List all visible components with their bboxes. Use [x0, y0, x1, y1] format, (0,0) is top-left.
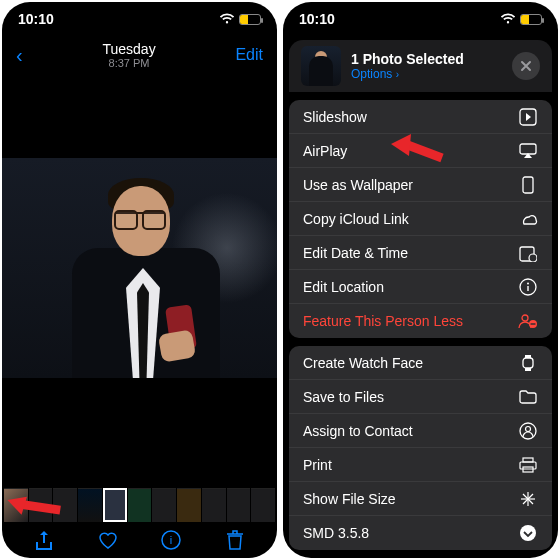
toolbar: i: [2, 522, 277, 558]
svg-rect-14: [525, 355, 531, 358]
wifi-icon: [500, 13, 516, 25]
wifi-icon: [219, 13, 235, 25]
svg-rect-18: [523, 458, 533, 462]
notch: [80, 2, 200, 24]
airplay-icon: [518, 141, 538, 161]
svg-point-8: [527, 282, 529, 284]
thumbnail[interactable]: [251, 488, 275, 522]
battery-icon: [520, 14, 542, 25]
options-button[interactable]: Options ›: [351, 67, 502, 81]
share-thumbnail: [301, 46, 341, 86]
close-button[interactable]: [512, 52, 540, 80]
calendar-icon: [518, 243, 538, 263]
svg-point-25: [520, 525, 536, 541]
favorite-button[interactable]: [97, 529, 119, 551]
share-sheet-screen: 10:10 1 Photo Selected Options › Slidesh…: [283, 2, 558, 558]
photo-viewer-screen: 10:10 ‹ Tuesday 8:37 PM Edit: [2, 2, 277, 558]
action-label: Slideshow: [303, 109, 367, 125]
status-icons: [219, 13, 261, 25]
action-label: Print: [303, 457, 332, 473]
share-sheet-header: 1 Photo Selected Options ›: [289, 40, 552, 92]
status-bar: 10:10: [283, 2, 558, 36]
svg-point-6: [529, 254, 537, 262]
action-edit-location[interactable]: Edit Location: [289, 270, 552, 304]
back-button[interactable]: ‹: [16, 44, 23, 67]
action-slideshow[interactable]: Slideshow: [289, 100, 552, 134]
thumbnail[interactable]: [227, 488, 251, 522]
photo[interactable]: [2, 158, 277, 378]
svg-rect-3: [520, 144, 536, 154]
phone-icon: [518, 175, 538, 195]
thumbnail-selected[interactable]: [103, 488, 127, 522]
action-label: Create Watch Face: [303, 355, 423, 371]
share-button[interactable]: [33, 529, 55, 551]
action-smd-3-5-8[interactable]: SMD 3.5.8: [289, 516, 552, 550]
thumbnail[interactable]: [53, 488, 77, 522]
thumbnail[interactable]: [78, 488, 102, 522]
actions-group-1: SlideshowAirPlayUse as WallpaperCopy iCl…: [289, 100, 552, 338]
status-time: 10:10: [18, 11, 54, 27]
sparkle-icon: [518, 489, 538, 509]
action-create-watch-face[interactable]: Create Watch Face: [289, 346, 552, 380]
thumbnail[interactable]: [29, 488, 53, 522]
status-icons: [500, 13, 542, 25]
close-icon: [520, 60, 532, 72]
action-assign-to-contact[interactable]: Assign to Contact: [289, 414, 552, 448]
thumbnail[interactable]: [177, 488, 201, 522]
folder-icon: [518, 387, 538, 407]
svg-rect-12: [531, 323, 536, 324]
svg-rect-9: [527, 286, 528, 291]
action-label: Assign to Contact: [303, 423, 413, 439]
chevron-down-icon: [518, 523, 538, 543]
nav-bar: ‹ Tuesday 8:37 PM Edit: [2, 36, 277, 74]
svg-rect-13: [523, 358, 533, 368]
status-bar: 10:10: [2, 2, 277, 36]
edit-actions-button[interactable]: Edit Actions...: [289, 550, 552, 552]
photo-title: Tuesday 8:37 PM: [102, 41, 155, 70]
status-time: 10:10: [299, 11, 335, 27]
info-icon: [518, 277, 538, 297]
play-box-icon: [518, 107, 538, 127]
actions-group-2: Create Watch FaceSave to FilesAssign to …: [289, 346, 552, 550]
svg-point-10: [522, 315, 528, 321]
person-minus-icon: [518, 311, 538, 331]
selected-count: 1 Photo Selected: [351, 51, 502, 67]
watch-icon: [518, 353, 538, 373]
thumbnail[interactable]: [152, 488, 176, 522]
battery-icon: [239, 14, 261, 25]
action-label: Save to Files: [303, 389, 384, 405]
thumbnail[interactable]: [4, 488, 28, 522]
action-label: Use as Wallpaper: [303, 177, 413, 193]
thumbnail[interactable]: [128, 488, 152, 522]
action-label: Edit Location: [303, 279, 384, 295]
action-label: Edit Date & Time: [303, 245, 408, 261]
action-use-as-wallpaper[interactable]: Use as Wallpaper: [289, 168, 552, 202]
action-label: AirPlay: [303, 143, 347, 159]
info-button[interactable]: i: [160, 529, 182, 551]
action-label: SMD 3.5.8: [303, 525, 369, 541]
photo-day: Tuesday: [102, 41, 155, 57]
svg-point-17: [526, 426, 531, 431]
action-edit-date-time[interactable]: Edit Date & Time: [289, 236, 552, 270]
action-print[interactable]: Print: [289, 448, 552, 482]
thumbnail-strip[interactable]: [2, 488, 277, 522]
svg-rect-15: [525, 368, 531, 371]
contact-icon: [518, 421, 538, 441]
thumbnail[interactable]: [202, 488, 226, 522]
notch: [361, 2, 481, 24]
cloud-icon: [518, 209, 538, 229]
action-label: Copy iCloud Link: [303, 211, 409, 227]
edit-button[interactable]: Edit: [235, 46, 263, 64]
svg-rect-4: [523, 177, 533, 193]
svg-text:i: i: [170, 534, 172, 546]
action-label: Feature This Person Less: [303, 313, 463, 329]
delete-button[interactable]: [224, 529, 246, 551]
action-copy-icloud-link[interactable]: Copy iCloud Link: [289, 202, 552, 236]
print-icon: [518, 455, 538, 475]
action-label: Show File Size: [303, 491, 396, 507]
action-save-to-files[interactable]: Save to Files: [289, 380, 552, 414]
action-feature-this-person-less[interactable]: Feature This Person Less: [289, 304, 552, 338]
action-show-file-size[interactable]: Show File Size: [289, 482, 552, 516]
photo-area[interactable]: [2, 74, 277, 558]
action-airplay[interactable]: AirPlay: [289, 134, 552, 168]
